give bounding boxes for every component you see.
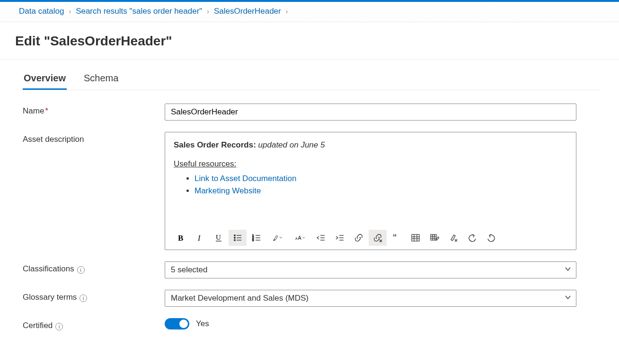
info-icon[interactable]: i: [55, 323, 63, 330]
svg-point-6: [234, 237, 236, 239]
svg-text:A: A: [298, 235, 301, 241]
unlink-icon[interactable]: [369, 230, 387, 246]
chevron-right-icon: ›: [286, 8, 288, 15]
insert-table-icon[interactable]: [407, 230, 424, 246]
rich-text-toolbar: B I U 123 AA ”: [165, 227, 576, 250]
desc-resources-heading: Useful resources:: [174, 159, 236, 168]
desc-links-list: Link to Asset Documentation Marketing We…: [195, 173, 567, 198]
info-icon[interactable]: i: [77, 266, 85, 274]
svg-point-4: [234, 235, 236, 236]
link-asset-documentation[interactable]: Link to Asset Documentation: [195, 174, 296, 183]
rich-text-body[interactable]: Sales Order Records: updated on June 5 U…: [165, 132, 576, 227]
numbered-list-icon[interactable]: 123: [248, 230, 265, 246]
desc-heading-italic: updated on June 5: [256, 140, 325, 149]
page-title: Edit "SalesOrderHeader": [0, 22, 619, 60]
breadcrumb: Data catalog › Search results "sales ord…: [0, 2, 619, 22]
underline-icon[interactable]: U: [210, 230, 228, 246]
svg-text:U: U: [216, 234, 221, 241]
link-marketing-website[interactable]: Marketing Website: [195, 186, 261, 195]
certified-label: Certifiedi: [23, 318, 165, 330]
breadcrumb-link-data-catalog[interactable]: Data catalog: [19, 7, 64, 16]
quote-icon[interactable]: ”: [388, 230, 406, 246]
svg-text:A: A: [295, 237, 298, 240]
svg-text:”: ”: [393, 233, 397, 243]
asset-description-label: Asset description: [23, 132, 165, 144]
svg-text:3: 3: [252, 239, 254, 242]
certified-toggle[interactable]: [165, 318, 189, 329]
chevron-right-icon: ›: [69, 8, 71, 15]
classifications-value: 5 selected: [171, 265, 208, 275]
glossary-terms-value: Market Development and Sales (MDS): [171, 294, 309, 303]
svg-text:B: B: [178, 234, 183, 243]
tabs: Overview Schema: [23, 60, 600, 90]
link-icon[interactable]: [350, 230, 368, 246]
glossary-terms-dropdown[interactable]: Market Development and Sales (MDS): [165, 290, 576, 307]
chevron-right-icon: ›: [207, 8, 209, 15]
font-size-icon[interactable]: AA: [289, 230, 311, 246]
indent-icon[interactable]: [331, 230, 349, 246]
outdent-icon[interactable]: [312, 230, 330, 246]
svg-rect-32: [431, 234, 436, 240]
classifications-dropdown[interactable]: 5 selected: [165, 261, 576, 278]
breadcrumb-link-salesorderheader[interactable]: SalesOrderHeader: [214, 7, 281, 16]
name-label: Name*: [23, 104, 165, 116]
glossary-terms-label: Glossary termsi: [23, 290, 165, 302]
redo-icon[interactable]: [482, 230, 500, 246]
desc-heading-bold: Sales Order Records:: [174, 140, 256, 149]
name-input[interactable]: [165, 104, 576, 121]
chevron-down-icon: [565, 294, 571, 303]
svg-point-8: [234, 240, 236, 241]
bold-icon[interactable]: B: [172, 230, 190, 246]
tab-overview[interactable]: Overview: [23, 73, 67, 90]
highlight-color-icon[interactable]: [266, 230, 288, 246]
required-indicator: *: [45, 106, 48, 115]
chevron-down-icon: [565, 265, 571, 275]
info-icon[interactable]: i: [80, 295, 87, 302]
rich-text-editor: Sales Order Records: updated on June 5 U…: [165, 132, 576, 250]
certified-value: Yes: [196, 319, 209, 329]
tab-schema[interactable]: Schema: [83, 73, 119, 90]
list-item: Link to Asset Documentation: [195, 173, 567, 185]
undo-icon[interactable]: [463, 230, 481, 246]
svg-text:I: I: [197, 234, 201, 242]
breadcrumb-link-search-results[interactable]: Search results "sales order header": [76, 7, 202, 16]
svg-rect-27: [412, 234, 419, 241]
classifications-label: Classificationsi: [23, 261, 165, 274]
edit-table-icon[interactable]: [425, 230, 443, 246]
bulleted-list-icon[interactable]: [229, 230, 247, 246]
clear-format-icon[interactable]: [444, 230, 462, 246]
italic-icon[interactable]: I: [191, 230, 209, 246]
list-item: Marketing Website: [195, 185, 567, 197]
